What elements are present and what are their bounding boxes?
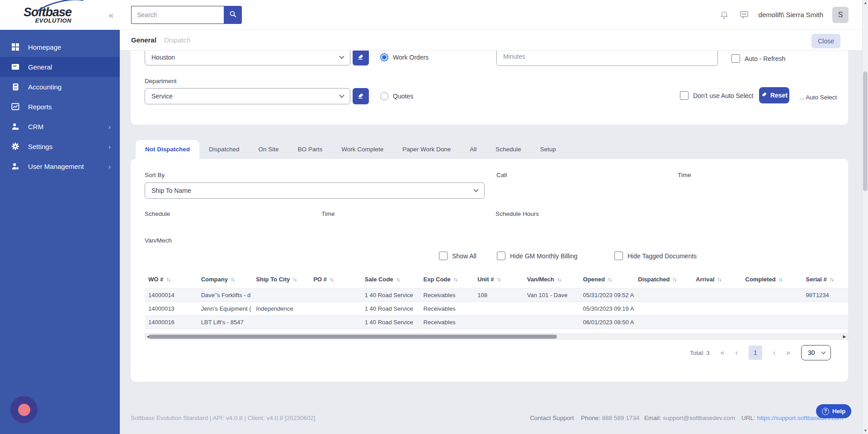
page-vertical-scrollbar[interactable]: ▲ ▼: [862, 0, 868, 434]
sidebar-item-reports[interactable]: Reports: [0, 97, 120, 117]
status-tab-on-site[interactable]: On Site: [249, 140, 288, 159]
sidebar-item-user-management[interactable]: !User Management›: [0, 156, 120, 176]
sort-arrows-icon[interactable]: ↑↓: [453, 276, 457, 283]
sort-arrows-icon[interactable]: ↑↓: [557, 276, 561, 283]
hide-tagged-documents-checkbox[interactable]: Hide Tagged Documents: [614, 252, 697, 260]
sort-arrows-icon[interactable]: ↑↓: [330, 276, 333, 283]
column-header-van-mech[interactable]: Van/Mech↑↓: [524, 271, 580, 288]
sidebar-item-label: Accounting: [28, 83, 111, 91]
logo-swoosh-icon: [30, 0, 92, 28]
branch-select[interactable]: Houston: [145, 51, 350, 65]
cell: [742, 288, 802, 302]
sort-arrows-icon[interactable]: ↑↓: [608, 276, 611, 283]
reset-button[interactable]: Reset: [759, 87, 789, 103]
sort-arrows-icon[interactable]: ↑↓: [717, 276, 721, 283]
sort-arrows-icon[interactable]: ↑↓: [231, 276, 234, 283]
first-page-button[interactable]: «: [721, 349, 725, 357]
sort-arrows-icon[interactable]: ↑↓: [778, 276, 782, 283]
table-row[interactable]: 14000016LBT Lift's - 85471 40 Road Servi…: [145, 315, 848, 329]
current-page-button[interactable]: 1: [749, 345, 762, 360]
show-all-checkbox[interactable]: Show All: [439, 252, 476, 260]
sort-arrows-icon[interactable]: ↑↓: [292, 276, 296, 283]
page-size-select[interactable]: 30: [801, 345, 831, 360]
scroll-up-arrow-icon[interactable]: ▲: [863, 0, 868, 6]
dont-use-auto-select-checkbox[interactable]: Don't use Auto Select: [680, 91, 753, 100]
search-button[interactable]: [224, 6, 242, 24]
sidebar-collapse-icon[interactable]: «: [108, 10, 113, 20]
column-header-dispatched[interactable]: Dispatched↑↓: [634, 271, 692, 288]
sidebar-item-settings[interactable]: Settings›: [0, 136, 120, 156]
sidebar-item-accounting[interactable]: Accounting: [0, 77, 120, 97]
person-icon: [11, 122, 20, 131]
column-header-sale-code[interactable]: Sale Code↑↓: [361, 271, 420, 288]
last-page-button[interactable]: »: [786, 349, 790, 357]
sidebar-item-general[interactable]: General: [0, 57, 120, 77]
status-tab-all[interactable]: All: [460, 140, 486, 159]
sidebar-item-homepage[interactable]: Homepage: [0, 37, 120, 57]
status-tab-bo-parts[interactable]: BO Parts: [288, 140, 332, 159]
column-header-unit-[interactable]: Unit #↑↓: [474, 271, 524, 288]
scrollbar-thumb[interactable]: [863, 71, 868, 191]
sort-arrows-icon[interactable]: ↑↓: [496, 276, 500, 283]
department-select[interactable]: Service: [145, 88, 350, 104]
status-tab-setup[interactable]: Setup: [531, 140, 566, 159]
table-horizontal-scrollbar[interactable]: ◀ ▶: [145, 333, 848, 340]
auto-refresh-checkbox[interactable]: Auto - Refresh: [731, 54, 785, 63]
auto-refresh-label: Auto - Refresh: [745, 55, 785, 62]
sidebar-item-crm[interactable]: CRM›: [0, 117, 120, 136]
tab-dispatch[interactable]: Dispatch: [164, 36, 190, 44]
dispatch-panel: Not DispatchedDispatchedOn SiteBO PartsW…: [131, 140, 848, 382]
phone-value: 888 589 1734: [602, 415, 640, 421]
scrollbar-thumb[interactable]: [149, 335, 557, 339]
status-tab-work-complete[interactable]: Work Complete: [332, 140, 393, 159]
column-header-exp-code[interactable]: Exp Code↑↓: [420, 271, 474, 288]
search-input[interactable]: [131, 6, 224, 24]
work-orders-radio[interactable]: Work Orders: [380, 53, 429, 61]
table-row[interactable]: 14000014Dave''s Forklifts - d1 40 Road S…: [145, 288, 848, 302]
hide-gm-monthly-billing-checkbox[interactable]: Hide GM Monthly Billing: [497, 252, 577, 260]
sort-arrows-icon[interactable]: ↑↓: [396, 276, 400, 283]
status-tab-not-dispatched[interactable]: Not Dispatched: [136, 140, 199, 159]
column-header-arrival[interactable]: Arrival↑↓: [692, 271, 742, 288]
sort-arrows-icon[interactable]: ↑↓: [672, 276, 676, 283]
tab-general[interactable]: General: [131, 36, 156, 44]
branch-clear-button[interactable]: [353, 51, 369, 65]
status-tab-paper-work-done[interactable]: Paper Work Done: [393, 140, 460, 159]
column-header-serial-[interactable]: Serial #↑↓: [802, 271, 848, 288]
next-page-button[interactable]: ›: [773, 349, 775, 357]
logo-strip: Softbase EVOLUTION «: [0, 0, 120, 30]
department-clear-button[interactable]: [353, 88, 369, 104]
help-button[interactable]: ? Help: [816, 404, 851, 418]
column-header-wo-[interactable]: WO #↑↓: [145, 271, 198, 288]
email-label: Email:: [644, 415, 661, 421]
sidebar-item-label: Homepage: [28, 43, 111, 51]
checkbox-icon: [680, 91, 689, 100]
table-row[interactable]: 14000013Jenn's Equipment (Independence1 …: [145, 302, 848, 315]
sort-by-value: Ship To Name: [151, 187, 191, 194]
sort-by-select[interactable]: Ship To Name: [145, 182, 485, 199]
sort-arrows-icon[interactable]: ↑↓: [830, 276, 833, 283]
search-icon: [229, 10, 237, 19]
column-header-ship-to-city[interactable]: Ship To City↑↓: [252, 271, 310, 288]
notifications-bell-icon[interactable]: [719, 9, 730, 20]
column-header-po-[interactable]: PO #↑↓: [310, 271, 361, 288]
status-tab-dispatched[interactable]: Dispatched: [199, 140, 249, 159]
recorder-dot-icon: [18, 404, 30, 416]
close-button[interactable]: Close: [811, 34, 840, 48]
recorder-fab-button[interactable]: [10, 396, 38, 423]
column-header-company[interactable]: Company↑↓: [198, 271, 253, 288]
column-header-completed[interactable]: Completed↑↓: [742, 271, 802, 288]
status-tab-schedule[interactable]: Schedule: [486, 140, 530, 159]
sort-arrows-icon[interactable]: ↑↓: [166, 276, 170, 283]
prev-page-button[interactable]: ‹: [735, 349, 737, 357]
cell: 98T1234: [802, 288, 848, 302]
quotes-radio[interactable]: Quotes: [380, 92, 413, 100]
avatar[interactable]: S: [832, 7, 849, 23]
minutes-input[interactable]: [496, 51, 718, 66]
scroll-down-arrow-icon[interactable]: ▼: [863, 428, 868, 434]
scroll-right-arrow-icon[interactable]: ▶: [842, 334, 847, 339]
messages-chat-icon[interactable]: [739, 9, 750, 20]
column-label: WO #: [148, 276, 163, 283]
version-info: Softbase Evolution Standard | API: v4.0.…: [131, 415, 316, 421]
column-header-opened[interactable]: Opened↑↓: [580, 271, 635, 288]
